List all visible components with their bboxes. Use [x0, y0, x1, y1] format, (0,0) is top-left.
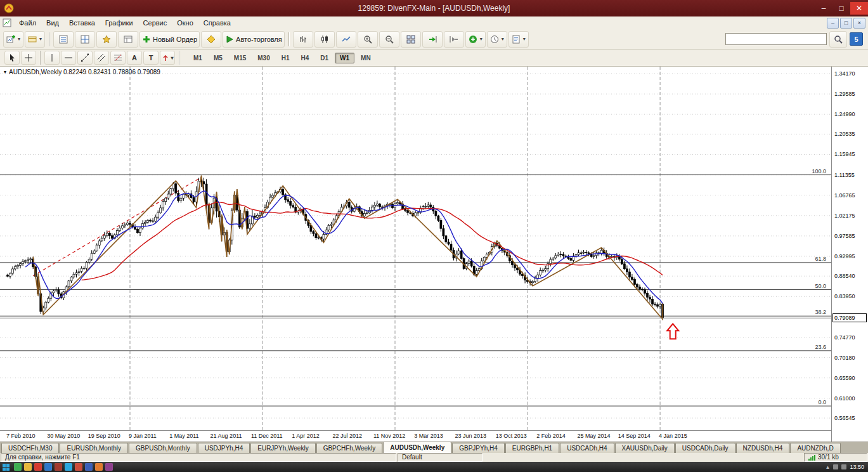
- timeframe-button-m5[interactable]: M5: [209, 53, 228, 63]
- zoom-out-button[interactable]: [379, 31, 399, 48]
- search-input[interactable]: [725, 33, 827, 45]
- chart-tab-nzdusdh-h4[interactable]: NZDUSDh,H4: [736, 443, 790, 453]
- timeframe-button-m1[interactable]: M1: [188, 53, 207, 63]
- fibonacci-button[interactable]: [110, 51, 126, 65]
- date-axis-label: 2 Feb 2014: [536, 433, 566, 439]
- chart-shift-button[interactable]: [444, 31, 464, 48]
- price-axis-label: 1.29585: [834, 91, 855, 97]
- horizontal-line-button[interactable]: [61, 51, 76, 65]
- auto-scroll-button[interactable]: [422, 31, 443, 48]
- chart-tab-gbpchfh-weekly[interactable]: GBPCHFh,Weekly: [316, 443, 383, 453]
- timeframe-button-h4[interactable]: H4: [296, 53, 314, 63]
- chart-tab-usdchfh-m30[interactable]: USDCHFh,M30: [1, 443, 59, 453]
- menu-item-[interactable]: Вид: [41, 18, 64, 28]
- taskbar-icon-internet-explorer[interactable]: [44, 463, 52, 471]
- taskbar-icon-media-player[interactable]: [105, 463, 113, 471]
- search-icon: [834, 35, 843, 44]
- taskbar-icon-app-blue[interactable]: [85, 463, 93, 471]
- chart-tab-eurgbph-h1[interactable]: EURGBPh,H1: [505, 443, 559, 453]
- text-tool-button[interactable]: A: [127, 51, 142, 65]
- tray-volume-icon[interactable]: [841, 464, 846, 469]
- timeframe-button-w1[interactable]: W1: [335, 53, 354, 63]
- chart-tab-eurjpyh-weekly[interactable]: EURJPYh,Weekly: [250, 443, 315, 453]
- taskbar-icon-folder[interactable]: [24, 463, 32, 471]
- taskbar-icon-opera[interactable]: [34, 463, 42, 471]
- chart-tab-usdcadh-daily[interactable]: USDCADh,Daily: [675, 443, 735, 453]
- chart-tab-gbpjpyh-h4[interactable]: GBPJPYh,H4: [452, 443, 505, 453]
- timeframe-button-m15[interactable]: M15: [229, 53, 251, 63]
- tray-network-icon[interactable]: [833, 464, 838, 469]
- label-tool-button[interactable]: T: [143, 51, 159, 65]
- close-button[interactable]: ✕: [850, 2, 868, 15]
- terminal-button[interactable]: [118, 31, 138, 48]
- timeframe-button-h1[interactable]: H1: [276, 53, 295, 63]
- svg-text:0.0: 0.0: [818, 399, 826, 405]
- trendline-button[interactable]: [77, 51, 93, 65]
- mdi-minimize-button[interactable]: –: [827, 18, 839, 29]
- timeframe-button-m30[interactable]: M30: [252, 53, 275, 63]
- chart-tab-usdjpyh-h4[interactable]: USDJPYh,H4: [198, 443, 250, 453]
- search-button[interactable]: [829, 31, 847, 48]
- navigator-button[interactable]: [96, 31, 117, 48]
- profiles-button[interactable]: ▾: [25, 31, 45, 48]
- timeframe-button-d1[interactable]: D1: [315, 53, 334, 63]
- new-order-button[interactable]: Новый Ордер: [139, 31, 200, 48]
- periods-button[interactable]: ▾: [487, 31, 507, 48]
- maximize-button[interactable]: □: [832, 2, 850, 15]
- auto-trading-button[interactable]: Авто-торговля: [223, 31, 285, 48]
- menu-item-[interactable]: Справка: [198, 18, 236, 28]
- menu-item-[interactable]: Вставка: [64, 18, 100, 28]
- minimize-button[interactable]: –: [815, 2, 832, 15]
- price-axis-label: 1.34170: [834, 70, 855, 77]
- terminal-icon: [124, 35, 133, 44]
- taskbar-icon-firefox[interactable]: [95, 463, 103, 471]
- data-window-button[interactable]: [75, 31, 95, 48]
- price-axis[interactable]: 0.79089 1.341701.295851.249901.205351.15…: [831, 67, 868, 442]
- arrow-shape-icon: [161, 53, 170, 62]
- chart-plot[interactable]: 100.061.850.038.223.60.0: [0, 67, 831, 430]
- menu-item-[interactable]: Графики: [100, 18, 138, 28]
- chart-tabs-bar: USDCHFh,M30EURUSDh,MonthlyGBPUSDh,Monthl…: [0, 442, 868, 453]
- chart-tab-xauusdh-daily[interactable]: XAUUSDh,Daily: [615, 443, 675, 453]
- mdi-restore-button[interactable]: □: [840, 18, 852, 29]
- taskbar-icon-skype[interactable]: [65, 463, 72, 471]
- menu-item-[interactable]: Окно: [172, 18, 198, 28]
- zoom-in-button[interactable]: [358, 31, 378, 48]
- chart-tab-gbpusdh-monthly[interactable]: GBPUSDh,Monthly: [129, 443, 197, 453]
- line-chart-button[interactable]: [336, 31, 356, 48]
- indicators-button[interactable]: ▾: [465, 31, 486, 48]
- date-axis-label: 23 Jun 2013: [455, 433, 487, 439]
- mdi-close-button[interactable]: ×: [853, 18, 865, 29]
- arrows-tool-button[interactable]: ▾: [160, 51, 175, 65]
- vertical-line-button[interactable]: [44, 51, 60, 65]
- mql5-community-button[interactable]: 5: [850, 32, 863, 46]
- date-axis[interactable]: 7 Feb 201030 May 201019 Sep 20109 Jan 20…: [0, 430, 831, 442]
- start-button[interactable]: [3, 464, 10, 471]
- chart-tab-audnzdh-d[interactable]: AUDNZDh,D: [790, 443, 840, 453]
- templates-button[interactable]: ▾: [508, 31, 529, 48]
- menu-item-[interactable]: Файл: [14, 18, 41, 28]
- taskbar-icon-chrome[interactable]: [75, 463, 82, 471]
- timeframe-button-mn[interactable]: MN: [356, 53, 376, 63]
- taskbar-icon-app-green[interactable]: [14, 463, 22, 471]
- metaeditor-button[interactable]: [201, 31, 221, 48]
- menu-item-[interactable]: Сервис: [138, 18, 172, 28]
- taskbar-icon-app-dark-red[interactable]: [55, 463, 62, 471]
- channel-button[interactable]: [94, 51, 109, 65]
- tile-windows-button[interactable]: [401, 31, 421, 48]
- menu-items: ФайлВидВставкаГрафикиСервисОкноСправка: [14, 18, 236, 28]
- crosshair-button[interactable]: [21, 51, 36, 65]
- new-chart-button[interactable]: ▾: [3, 31, 23, 48]
- date-axis-label: 14 Sep 2014: [618, 433, 651, 439]
- tray-expand-icon[interactable]: ▲: [826, 464, 831, 470]
- market-watch-button[interactable]: [53, 31, 74, 48]
- chart-tab-audusdh-weekly[interactable]: AUDUSDh,Weekly: [383, 442, 451, 453]
- bar-chart-button[interactable]: [293, 31, 313, 48]
- candlestick-chart-button[interactable]: [314, 31, 335, 48]
- price-axis-label: 0.88540: [834, 273, 855, 279]
- date-axis-label: 1 Apr 2012: [292, 433, 320, 439]
- cursor-button[interactable]: [4, 51, 20, 65]
- price-axis-label: 1.02175: [834, 213, 855, 219]
- chart-tab-usdcadh-h4[interactable]: USDCADh,H4: [560, 443, 614, 453]
- chart-tab-eurusdh-monthly[interactable]: EURUSDh,Monthly: [60, 443, 128, 453]
